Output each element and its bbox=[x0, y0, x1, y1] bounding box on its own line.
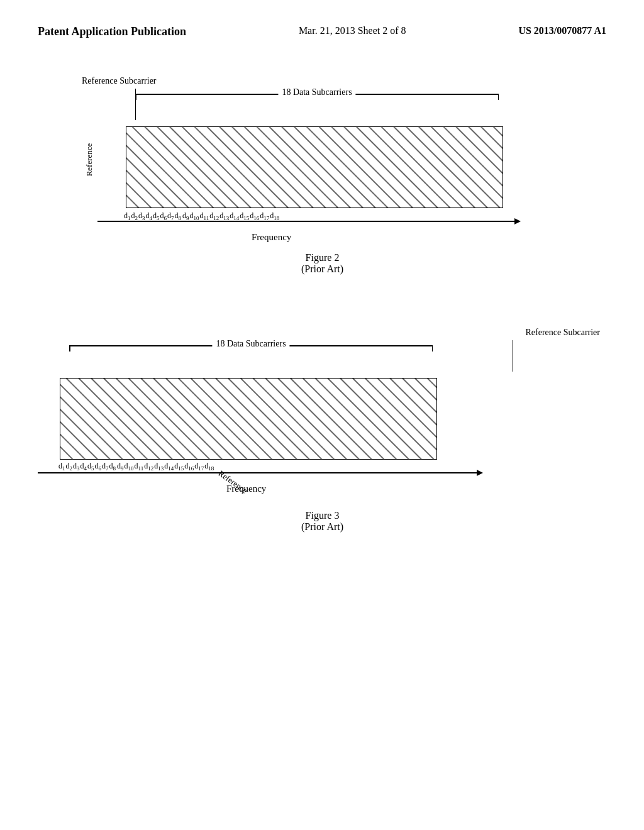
fig2-d2: d2 bbox=[131, 211, 138, 221]
fig3-d2: d2 bbox=[66, 462, 73, 472]
fig3-d13: d13 bbox=[154, 462, 164, 472]
fig3-d11: d11 bbox=[135, 462, 144, 472]
fig3-ref-subcarrier-label: Reference Subcarrier bbox=[525, 328, 600, 338]
fig2-d9: d9 bbox=[182, 211, 189, 221]
publication-title: Patent Application Publication bbox=[38, 25, 186, 38]
fig2-ref-axis-label: Reference bbox=[84, 143, 94, 177]
fig2-d6: d6 bbox=[160, 211, 167, 221]
patent-number: US 2013/0070877 A1 bbox=[518, 25, 606, 36]
fig3-d10: d10 bbox=[125, 462, 134, 472]
fig2-d1: d1 bbox=[124, 211, 131, 221]
figure3-section: Reference Subcarrier 18 Data Subcarriers… bbox=[38, 328, 606, 567]
fig3-d17: d17 bbox=[194, 462, 204, 472]
fig2-d17: d17 bbox=[260, 211, 269, 221]
fig2-d11: d11 bbox=[200, 211, 209, 221]
svg-rect-1 bbox=[126, 127, 502, 208]
fig3-d8: d8 bbox=[109, 462, 116, 472]
fig3-d1: d1 bbox=[58, 462, 65, 472]
fig2-d18: d18 bbox=[270, 211, 279, 221]
svg-rect-3 bbox=[60, 379, 436, 459]
fig3-d18: d18 bbox=[204, 462, 214, 472]
fig2-d15: d15 bbox=[240, 211, 249, 221]
figure2-section: Reference Subcarrier 18 Data Subcarriers… bbox=[38, 76, 606, 309]
fig3-x-axis bbox=[38, 472, 478, 473]
fig3-d16: d16 bbox=[184, 462, 194, 472]
fig3-ref-vertical-line bbox=[513, 340, 513, 372]
fig3-d3: d3 bbox=[73, 462, 80, 472]
fig2-caption-title: Figure 2 bbox=[38, 252, 607, 263]
fig2-data-subcarriers-label: 18 Data Subcarriers bbox=[278, 87, 355, 97]
fig2-data-bracket: 18 Data Subcarriers bbox=[135, 94, 499, 95]
fig3-caption-title: Figure 3 bbox=[38, 510, 607, 521]
fig3-d6: d6 bbox=[95, 462, 102, 472]
fig2-hatched-rect bbox=[126, 126, 503, 208]
fig3-d12: d12 bbox=[144, 462, 153, 472]
page-header: Patent Application Publication Mar. 21, … bbox=[0, 0, 644, 51]
fig2-d13: d13 bbox=[219, 211, 229, 221]
fig2-d12: d12 bbox=[209, 211, 219, 221]
fig2-ref-subcarrier-label: Reference Subcarrier bbox=[82, 76, 157, 86]
fig3-data-subcarriers-label: 18 Data Subcarriers bbox=[212, 339, 289, 349]
fig3-hatched-rect bbox=[60, 378, 437, 460]
fig3-d5: d5 bbox=[87, 462, 94, 472]
fig2-d10: d10 bbox=[190, 211, 199, 221]
fig2-d8: d8 bbox=[175, 211, 182, 221]
fig3-d7: d7 bbox=[102, 462, 109, 472]
fig2-d7: d7 bbox=[167, 211, 174, 221]
fig2-d14: d14 bbox=[230, 211, 239, 221]
fig2-d4: d4 bbox=[146, 211, 153, 221]
fig2-data-labels: d1 d2 d3 d4 d5 d6 d7 d8 d9 d10 d11 d12 d… bbox=[124, 211, 506, 221]
fig3-frequency-label: Frequency bbox=[226, 484, 266, 494]
fig2-caption: Figure 2 (Prior Art) bbox=[38, 252, 607, 275]
fig3-d9: d9 bbox=[117, 462, 124, 472]
fig2-d5: d5 bbox=[153, 211, 160, 221]
fig3-data-bracket: 18 Data Subcarriers bbox=[69, 345, 433, 346]
fig2-frequency-label: Frequency bbox=[252, 232, 291, 243]
fig3-x-axis-arrow bbox=[477, 470, 483, 476]
fig2-d16: d16 bbox=[250, 211, 259, 221]
fig3-d15: d15 bbox=[174, 462, 184, 472]
fig3-data-labels: d1 d2 d3 d4 d5 d6 d7 d8 d9 d10 d11 d12 d… bbox=[58, 462, 250, 472]
fig2-caption-subtitle: (Prior Art) bbox=[38, 263, 607, 275]
fig3-caption: Figure 3 (Prior Art) bbox=[38, 510, 607, 533]
sheet-info: Mar. 21, 2013 Sheet 2 of 8 bbox=[299, 25, 406, 36]
fig3-d14: d14 bbox=[164, 462, 174, 472]
fig2-d3: d3 bbox=[138, 211, 145, 221]
fig3-caption-subtitle: (Prior Art) bbox=[38, 521, 607, 533]
fig2-x-axis-arrow bbox=[514, 218, 521, 224]
fig3-d4: d4 bbox=[80, 462, 87, 472]
